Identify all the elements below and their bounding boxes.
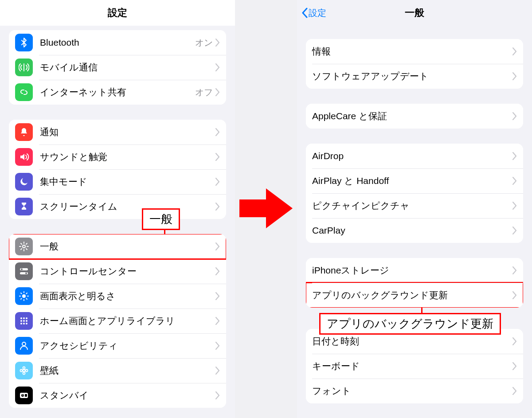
row-label: Bluetooth [40, 37, 195, 48]
row-label: サウンドと触覚 [40, 151, 215, 163]
row-cellular[interactable]: モバイル通信 [9, 55, 226, 80]
chevron-icon [512, 72, 517, 80]
bell-icon [15, 123, 33, 141]
row-control-center[interactable]: コントロールセンター [9, 259, 226, 284]
chevron-icon [512, 266, 517, 274]
row-label: アプリのバックグラウンド更新 [312, 289, 512, 301]
row-label: iPhoneストレージ [312, 264, 512, 277]
row-applecare[interactable]: AppleCare と保証 [306, 104, 523, 129]
row-label: ソフトウェアアップデート [312, 70, 512, 82]
row-value: オン [195, 37, 213, 49]
clock-icon [15, 387, 33, 404]
general-group-datetime: 日付と時刻 キーボード フォント [306, 329, 523, 403]
speaker-icon [15, 148, 33, 166]
row-keyboard[interactable]: キーボード [306, 354, 523, 379]
chevron-icon [512, 337, 517, 345]
row-bluetooth[interactable]: Bluetooth オン [9, 30, 226, 55]
row-label: ホーム画面とアプリライブラリ [40, 315, 215, 327]
callout-bg-refresh: アプリのバックグラウンド更新 [319, 313, 501, 335]
row-airdrop[interactable]: AirDrop [306, 144, 523, 168]
page-title-text: 一般 [405, 6, 424, 20]
row-label: AppleCare と保証 [312, 110, 512, 122]
row-label: CarPlay [312, 225, 512, 236]
chevron-icon [512, 177, 517, 185]
chevron-icon [512, 112, 517, 120]
row-label: インターネット共有 [40, 86, 195, 98]
chevron-icon [215, 317, 220, 325]
row-label: 壁紙 [40, 364, 215, 377]
antenna-icon [15, 59, 33, 76]
row-pip[interactable]: ピクチャインピクチャ [306, 193, 523, 218]
row-value: オフ [195, 86, 213, 98]
row-label: アクセシビリティ [40, 340, 215, 352]
chevron-icon [512, 202, 517, 210]
row-standby[interactable]: スタンバイ [9, 383, 226, 408]
moon-icon [15, 173, 33, 191]
back-button[interactable]: 設定 [301, 0, 326, 26]
chevron-icon [512, 291, 517, 299]
row-carplay[interactable]: CarPlay [306, 218, 523, 243]
chevron-icon [215, 203, 220, 211]
row-label: ピクチャインピクチャ [312, 199, 512, 212]
row-label: 通知 [40, 126, 215, 138]
callout-general: 一般 [142, 208, 180, 230]
person-icon [15, 337, 33, 355]
callout-text: 一般 [149, 212, 172, 226]
hourglass-icon [15, 198, 33, 215]
row-label: フォント [312, 385, 512, 397]
settings-group-connectivity: Bluetooth オン モバイル通信 インターネット共有 オフ [9, 30, 226, 105]
row-airplay[interactable]: AirPlay と Handoff [306, 168, 523, 193]
row-label: スタンバイ [40, 389, 215, 402]
row-homescreen[interactable]: ホーム画面とアプリライブラリ [9, 309, 226, 333]
row-label: コントロールセンター [40, 265, 215, 277]
general-screen: 設定 一般 情報 ソフトウェアアップデート AppleCare と保証 AirD… [297, 0, 532, 418]
chevron-icon [215, 88, 220, 96]
bluetooth-icon [15, 34, 33, 51]
row-iphone-storage[interactable]: iPhoneストレージ [306, 258, 523, 283]
row-general[interactable]: 一般 [9, 234, 226, 259]
row-label: 日付と時刻 [312, 335, 512, 348]
page-title: 設定 [0, 0, 235, 26]
row-background-refresh[interactable]: アプリのバックグラウンド更新 [306, 283, 523, 308]
chevron-left-icon [301, 8, 308, 18]
row-focus[interactable]: 集中モード [9, 169, 226, 194]
chevron-icon [512, 362, 517, 370]
chevron-icon [512, 47, 517, 55]
row-label: 一般 [40, 240, 215, 253]
link-icon [15, 83, 33, 101]
page-title-text: 設定 [108, 6, 127, 20]
chevron-icon [512, 387, 517, 395]
chevron-icon [215, 153, 220, 161]
arrow-next [239, 186, 293, 230]
general-group-storage: iPhoneストレージ アプリのバックグラウンド更新 アプリのバックグラウンド更… [306, 258, 523, 308]
row-notifications[interactable]: 通知 [9, 120, 226, 145]
row-accessibility[interactable]: アクセシビリティ [9, 333, 226, 358]
chevron-icon [215, 242, 220, 250]
row-label: モバイル通信 [40, 61, 215, 74]
row-about[interactable]: 情報 [306, 39, 523, 64]
flower-icon [15, 362, 33, 379]
settings-group-notifications: 通知 サウンドと触覚 集中モード スクリーンタイム [9, 120, 226, 219]
sun-icon [15, 287, 33, 305]
chevron-icon [215, 39, 220, 47]
row-software-update[interactable]: ソフトウェアアップデート [306, 64, 523, 89]
chevron-icon [215, 267, 220, 275]
row-label: AirPlay と Handoff [312, 175, 512, 187]
row-wallpaper[interactable]: 壁紙 [9, 358, 226, 383]
row-screentime[interactable]: スクリーンタイム [9, 194, 226, 219]
settings-screen: 設定 Bluetooth オン モバイル通信 インターネット共有 オフ 通知 [0, 0, 235, 418]
row-display[interactable]: 画面表示と明るさ [9, 284, 226, 309]
settings-group-general: 一般 一般 コントロールセンター 画面表示と明るさ ホーム画面とアプリライブラリ… [9, 234, 226, 408]
row-fonts[interactable]: フォント [306, 379, 523, 403]
row-label: キーボード [312, 360, 512, 372]
chevron-icon [512, 227, 517, 234]
grid-icon [15, 312, 33, 330]
row-sounds[interactable]: サウンドと触覚 [9, 145, 226, 169]
general-group-airplay: AirDrop AirPlay と Handoff ピクチャインピクチャ Car… [306, 144, 523, 243]
row-label: 情報 [312, 45, 512, 58]
row-label: 画面表示と明るさ [40, 290, 215, 302]
row-hotspot[interactable]: インターネット共有 オフ [9, 80, 226, 105]
row-label: AirDrop [312, 151, 512, 161]
chevron-icon [215, 342, 220, 350]
chevron-icon [512, 152, 517, 160]
